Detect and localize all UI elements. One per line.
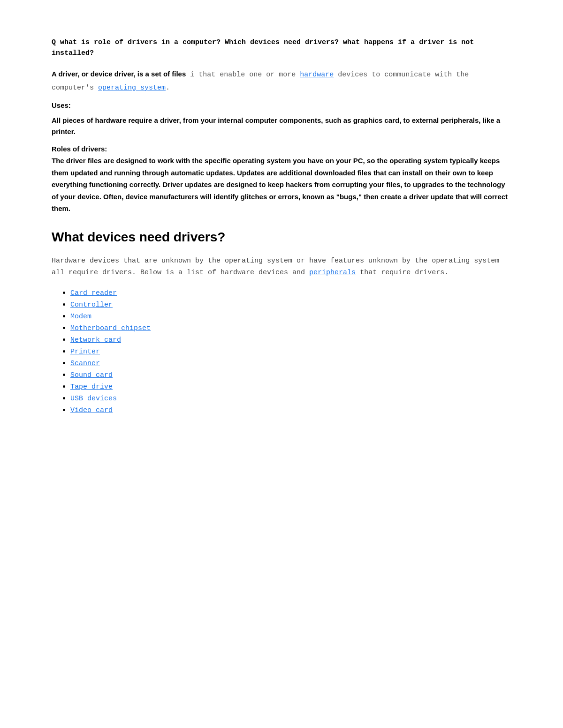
list-item: Printer [70,347,511,356]
roles-description: The driver files are designed to work wi… [52,155,511,215]
device-link[interactable]: Video card [70,406,113,414]
device-link[interactable]: Sound card [70,371,113,379]
uses-block: Uses: All pieces of hardware require a d… [52,101,511,137]
question-block: Q what is role of drivers in a computer?… [52,38,511,59]
list-item: Motherboard chipset [70,323,511,332]
section2-heading: What devices need drivers? [52,229,511,246]
roles-block: Roles of drivers: The driver files are d… [52,145,511,215]
operating-system-link[interactable]: operating system [98,84,166,92]
list-item: Modem [70,312,511,321]
device-link[interactable]: USB devices [70,395,117,403]
uses-label: Uses: [52,101,511,109]
device-link[interactable]: Network card [70,336,121,344]
device-link[interactable]: Printer [70,348,100,356]
definition-end: . [166,84,170,92]
device-link[interactable]: Controller [70,301,113,309]
device-list: Card readerControllerModemMotherboard ch… [52,288,511,414]
list-item: Card reader [70,288,511,297]
list-item: Video card [70,405,511,414]
definition-bold: A driver, or device driver, is a set of … [52,70,186,78]
uses-description: All pieces of hardware require a driver,… [52,115,511,137]
roles-label: Roles of drivers: [52,145,511,153]
hardware-link[interactable]: hardware [300,71,334,79]
device-link[interactable]: Modem [70,313,91,321]
device-link[interactable]: Motherboard chipset [70,324,151,332]
question-text: Q what is role of drivers in a computer?… [52,38,511,59]
list-item: Network card [70,335,511,344]
list-item: Tape drive [70,382,511,391]
device-link[interactable]: Card reader [70,289,117,297]
section2-intro: Hardware devices that are unknown by the… [52,255,511,279]
list-item: USB devices [70,394,511,403]
definition-light1: i that enable one or more [186,71,300,79]
list-item: Scanner [70,359,511,368]
device-link[interactable]: Tape drive [70,383,113,391]
section2-block: What devices need drivers? Hardware devi… [52,229,511,414]
list-item: Sound card [70,370,511,379]
list-item: Controller [70,300,511,309]
intro-text2: that require drivers. [356,269,449,277]
definition-block: A driver, or device driver, is a set of … [52,68,511,94]
peripherals-link[interactable]: peripherals [309,269,356,277]
device-link[interactable]: Scanner [70,360,100,368]
